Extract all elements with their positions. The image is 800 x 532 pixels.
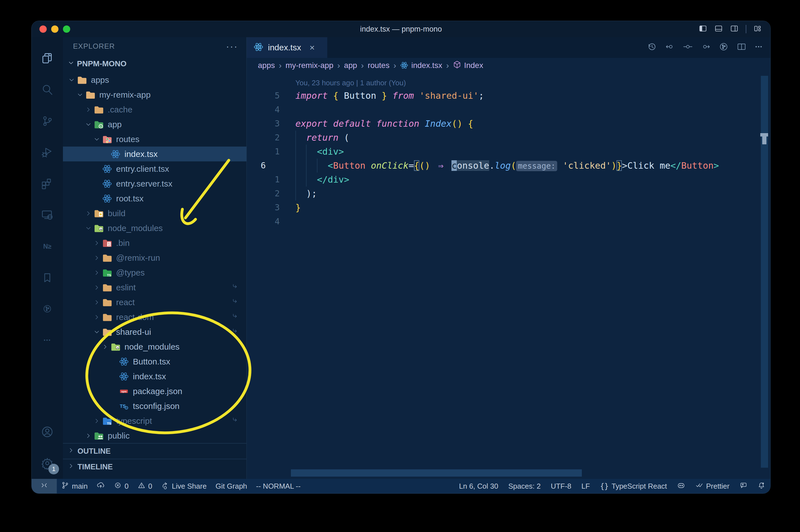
breadcrumb-item-app[interactable]: app bbox=[344, 61, 357, 70]
status-0[interactable]: 0 bbox=[133, 479, 157, 493]
status-copilot[interactable] bbox=[672, 479, 690, 493]
code-line[interactable]: 3} bbox=[247, 201, 770, 214]
tree-item--cache[interactable]: .cache bbox=[63, 102, 246, 117]
code-line[interactable]: 5import { Button } from 'shared-ui'; bbox=[247, 89, 770, 103]
chevron-right-icon[interactable] bbox=[92, 269, 101, 277]
chevron-right-icon[interactable] bbox=[100, 343, 110, 350]
sidebar-section-outline[interactable]: OUTLINE bbox=[63, 443, 246, 459]
layout-panel-icon[interactable] bbox=[715, 24, 723, 34]
layout-customize-icon[interactable] bbox=[754, 24, 762, 34]
status-main[interactable]: main bbox=[57, 479, 92, 493]
tree-item-entry-client-tsx[interactable]: entry.client.tsx bbox=[63, 162, 246, 176]
activity-nx-console-icon[interactable]: N≥ bbox=[32, 231, 63, 262]
status-spaces-2[interactable]: Spaces: 2 bbox=[503, 479, 546, 493]
chevron-right-icon[interactable] bbox=[92, 284, 101, 291]
tree-item--bin[interactable]: 0110.bin bbox=[63, 235, 246, 250]
tree-item-button-tsx[interactable]: Button.tsx bbox=[63, 354, 246, 369]
close-tab-icon[interactable]: × bbox=[309, 42, 315, 53]
sidebar-section-timeline[interactable]: TIMELINE bbox=[63, 459, 246, 474]
chevron-down-icon[interactable] bbox=[84, 121, 93, 128]
activity-accounts-icon[interactable] bbox=[32, 416, 63, 448]
activity-settings-icon[interactable]: 1 bbox=[32, 448, 63, 479]
chevron-right-icon[interactable] bbox=[84, 106, 93, 113]
split-editor-icon[interactable] bbox=[737, 42, 746, 53]
tree-item-typescript[interactable]: TStypescript bbox=[63, 413, 246, 428]
code-line[interactable]: 1 <div> bbox=[247, 145, 770, 158]
breadcrumb-item-index-tsx[interactable]: index.tsx bbox=[400, 60, 442, 71]
tree-item--remix-run[interactable]: @remix-run bbox=[63, 250, 246, 265]
breadcrumb-item-routes[interactable]: routes bbox=[368, 61, 389, 70]
vertical-scrollbar[interactable] bbox=[761, 76, 768, 468]
code-line[interactable]: 4 bbox=[247, 214, 770, 229]
status-bell[interactable] bbox=[753, 479, 770, 493]
breadcrumb-item-apps[interactable]: apps bbox=[258, 61, 275, 70]
tree-item-build[interactable]: build bbox=[63, 206, 246, 221]
activity-explorer-icon[interactable] bbox=[32, 43, 63, 74]
code-line[interactable]: 2 return ( bbox=[247, 131, 770, 145]
code-line[interactable]: 3export default function Index() { bbox=[247, 117, 770, 131]
chevron-down-icon[interactable] bbox=[67, 76, 76, 83]
code-line[interactable]: 4 bbox=[247, 103, 770, 117]
workspace-section-header[interactable]: PNPM-MONO bbox=[63, 55, 246, 73]
change-icon[interactable] bbox=[683, 42, 692, 53]
status-feedback[interactable] bbox=[735, 479, 753, 493]
code-line[interactable]: 1 </div> bbox=[247, 173, 770, 187]
layout-sidebar-left-icon[interactable] bbox=[699, 24, 707, 34]
activity-bookmarks-icon[interactable] bbox=[32, 262, 63, 293]
prev-change-icon[interactable] bbox=[665, 42, 675, 53]
status-cloud-upload[interactable] bbox=[92, 479, 109, 493]
chevron-right-icon[interactable] bbox=[92, 240, 101, 247]
status-prettier[interactable]: Prettier bbox=[690, 479, 735, 493]
chevron-right-icon[interactable] bbox=[92, 299, 101, 306]
chevron-right-icon[interactable] bbox=[92, 314, 101, 321]
tree-item-shared-ui[interactable]: shared-ui bbox=[63, 324, 246, 339]
tree-item-react[interactable]: react bbox=[63, 295, 246, 310]
layout-sidebar-right-icon[interactable] bbox=[730, 24, 739, 34]
activity-search-icon[interactable] bbox=[32, 74, 63, 106]
tree-item-eslint[interactable]: eslint bbox=[63, 280, 246, 295]
chevron-right-icon[interactable] bbox=[92, 417, 101, 424]
tree-item-index-tsx[interactable]: index.tsx bbox=[63, 147, 246, 162]
code-editor[interactable]: You, 23 hours ago | 1 author (You) 5impo… bbox=[247, 73, 770, 479]
chevron-down-icon[interactable] bbox=[84, 225, 93, 232]
tree-item-entry-server-tsx[interactable]: entry.server.tsx bbox=[63, 176, 246, 191]
history-icon[interactable] bbox=[647, 42, 657, 53]
chevron-right-icon[interactable] bbox=[84, 210, 93, 217]
chevron-right-icon[interactable] bbox=[92, 254, 101, 262]
tree-item-package-json[interactable]: npmpackage.json bbox=[63, 384, 246, 399]
tab-index-tsx[interactable]: index.tsx × bbox=[247, 37, 327, 58]
activity-more-icon[interactable] bbox=[32, 325, 63, 356]
activity-remote-explorer-icon[interactable] bbox=[32, 200, 63, 231]
chevron-down-icon[interactable] bbox=[92, 136, 101, 143]
status-lf[interactable]: LF bbox=[576, 479, 595, 493]
status-ln-6-col-30[interactable]: Ln 6, Col 30 bbox=[454, 479, 503, 493]
tree-item-root-tsx[interactable]: root.tsx bbox=[63, 191, 246, 206]
tree-item-node-modules[interactable]: JSnode_modules bbox=[63, 221, 246, 235]
status-0[interactable]: 0 bbox=[109, 479, 133, 493]
activity-source-control-icon[interactable] bbox=[32, 106, 63, 137]
status--normal-[interactable]: -- NORMAL -- bbox=[251, 479, 305, 493]
tree-item-routes[interactable]: routes bbox=[63, 132, 246, 147]
tree-item-react-dom[interactable]: react-dom bbox=[63, 310, 246, 324]
activity-run-debug-icon[interactable] bbox=[32, 137, 63, 168]
chevron-right-icon[interactable] bbox=[84, 432, 93, 439]
tree-item-my-remix-app[interactable]: my-remix-app bbox=[63, 87, 246, 102]
gitlens-icon[interactable] bbox=[719, 42, 728, 53]
tree-item-index-tsx[interactable]: index.tsx bbox=[63, 369, 246, 384]
code-line[interactable]: 2 ); bbox=[247, 187, 770, 201]
status-live-share[interactable]: Live Share bbox=[157, 479, 211, 493]
chevron-down-icon[interactable] bbox=[92, 328, 101, 336]
status-git-graph[interactable]: Git Graph bbox=[211, 479, 252, 493]
tree-item-node-modules[interactable]: JSnode_modules bbox=[63, 339, 246, 354]
code-line-current[interactable]: 6 <Button onClick={() ⇒ console.log(mess… bbox=[247, 158, 770, 173]
tree-item-apps[interactable]: apps bbox=[63, 73, 246, 87]
tree-item-app[interactable]: app bbox=[63, 117, 246, 132]
explorer-more-actions-icon[interactable]: ··· bbox=[226, 41, 238, 52]
status-remote[interactable] bbox=[32, 479, 57, 493]
breadcrumb-item-index[interactable]: Index bbox=[453, 60, 483, 71]
git-blame-codelens[interactable]: You, 23 hours ago | 1 author (You) bbox=[296, 79, 770, 88]
activity-extensions-icon[interactable] bbox=[32, 168, 63, 200]
tree-item-public[interactable]: public bbox=[63, 428, 246, 443]
status-utf-8[interactable]: UTF-8 bbox=[546, 479, 576, 493]
chevron-down-icon[interactable] bbox=[75, 91, 85, 98]
